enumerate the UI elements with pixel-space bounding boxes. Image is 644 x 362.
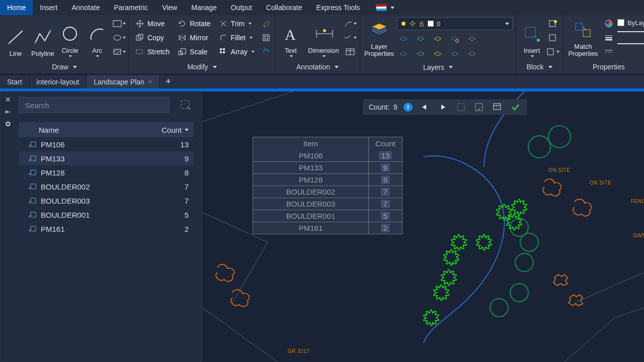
text-tool[interactable]: AText [278,17,303,58]
erase-icon[interactable] [260,17,273,30]
layer-off-icon[interactable] [414,34,427,45]
count-row[interactable]: PM1288 [19,165,194,179]
prev-icon[interactable] [419,101,431,113]
array-tool[interactable]: Array [216,45,258,58]
svg-text:ON SITE: ON SITE [548,167,571,173]
color-wheel-icon[interactable] [602,17,615,30]
svg-line-8 [116,50,121,54]
svg-rect-40 [549,35,555,41]
doc-tab-interior-layout[interactable]: interior-layout [30,75,87,88]
svg-point-67 [515,253,533,272]
new-tab-button[interactable]: + [159,76,177,87]
menu-tab-manage[interactable]: Manage [184,0,224,15]
info-icon[interactable]: i [404,103,413,112]
circle-tool[interactable]: Circle [57,17,83,58]
count-row[interactable]: BOULDER0015 [19,208,194,222]
svg-rect-42 [576,23,583,30]
count-row[interactable]: PM1339 [19,151,194,165]
match-properties-button[interactable]: Match Properties [566,17,600,58]
explode-icon[interactable] [260,31,273,44]
layer-lock-icon[interactable] [448,34,461,45]
search-input[interactable]: Search [19,97,170,113]
menu-tab-view[interactable]: View [155,0,184,15]
svg-rect-52 [31,156,36,161]
next-icon[interactable] [437,101,449,113]
close-icon[interactable]: × [148,78,152,85]
edit-attr-icon[interactable] [546,45,559,58]
lineweight-icon[interactable] [602,31,615,44]
mirror-tool[interactable]: Mirror [175,31,213,44]
create-block-icon[interactable] [546,17,559,30]
layer-thaw-icon[interactable] [431,49,444,60]
hatch-icon[interactable] [113,45,126,58]
accept-icon[interactable] [509,101,521,113]
fillet-tool[interactable]: Fillet [216,31,258,44]
linetype-icon[interactable] [602,45,615,58]
copy-tool[interactable]: Copy [132,31,173,44]
layer-state-icon[interactable] [465,49,478,60]
layer-match-icon[interactable] [465,34,478,45]
panel-modify: Move Copy Stretch Rotate Mirror Scale Tr… [129,15,275,74]
drawing-canvas[interactable]: ON SITE ON SITE FENCE GW5252 GR 3217 [202,92,644,362]
current-layer-name: 0 [437,20,500,28]
count-row[interactable]: BOULDER0027 [19,179,194,194]
mleader-icon[interactable] [344,31,357,44]
layer-properties-button[interactable]: Layer Properties [363,17,395,58]
doc-tab-landscape-plan[interactable]: Landscape Plan× [87,75,159,88]
scale-tool[interactable]: Scale [175,45,213,58]
menu-tabs: HomeInsertAnnotateParametricViewManageOu… [0,0,644,15]
polyline-tool[interactable]: Polyline [30,17,55,58]
locale-selector[interactable] [376,0,394,15]
count-row[interactable]: BOULDER0037 [19,194,194,208]
line-tool[interactable]: Line [3,17,28,58]
panel-annotation: AText Dimension Annotation [275,15,360,74]
sun-icon [410,21,416,27]
menu-tab-insert[interactable]: Insert [33,0,64,15]
svg-rect-55 [31,198,36,203]
layer-prev-icon[interactable] [397,49,410,60]
count-row[interactable]: PM10613 [19,137,194,151]
zoom-extents-icon[interactable] [455,101,467,113]
table-icon[interactable] [344,45,357,58]
drawing-count-table[interactable]: ItemCount PM10613PM1339PM1288BOULDER0027… [253,137,403,234]
move-tool[interactable]: Move [132,17,173,30]
leader-icon[interactable] [344,17,357,30]
rectangle-icon[interactable] [113,17,126,30]
count-row[interactable]: PM1612 [19,222,194,236]
layer-unlock-icon[interactable] [448,49,461,60]
menu-tab-collaborate[interactable]: Collaborate [259,0,309,15]
lineweight-preview [617,31,644,40]
layer-combo[interactable]: 0 [397,17,513,30]
insert-block-button[interactable]: Insert [519,17,544,58]
close-icon[interactable]: ✕ [4,95,13,104]
svg-rect-34 [420,24,423,26]
count-palette: ✕ ⇤ ✿ Search Name Count PM10613PM1339PM1… [0,92,202,362]
layer-iso-icon[interactable] [397,34,410,45]
rotate-tool[interactable]: Rotate [175,17,213,30]
insert-table-icon[interactable] [491,101,503,113]
stretch-tool[interactable]: Stretch [132,45,173,58]
count-header[interactable]: Name Count [19,122,194,137]
ellipse-icon[interactable] [113,31,126,44]
settings-icon[interactable]: ✿ [4,119,13,128]
layer-on-icon[interactable] [414,49,427,60]
offset-icon[interactable] [260,45,273,58]
menu-tab-express-tools[interactable]: Express Tools [309,0,367,15]
svg-point-24 [323,29,326,32]
layer-freeze-icon[interactable] [431,34,444,45]
dimension-tool[interactable]: Dimension [305,17,342,58]
svg-point-63 [528,136,550,158]
pin-icon[interactable]: ⇤ [4,107,13,116]
svg-rect-18 [263,35,269,41]
menu-tab-annotate[interactable]: Annotate [64,0,107,15]
edit-block-icon[interactable] [546,31,559,44]
trim-tool[interactable]: Trim [216,17,258,30]
doc-tab-start[interactable]: Start [0,75,30,88]
menu-tab-parametric[interactable]: Parametric [107,0,155,15]
menu-tab-home[interactable]: Home [0,0,33,15]
arc-tool[interactable]: Arc [85,17,110,58]
highlight-icon[interactable] [473,101,485,113]
menu-tab-output[interactable]: Output [224,0,259,15]
select-objects-icon[interactable] [178,97,194,113]
svg-rect-11 [136,50,142,54]
